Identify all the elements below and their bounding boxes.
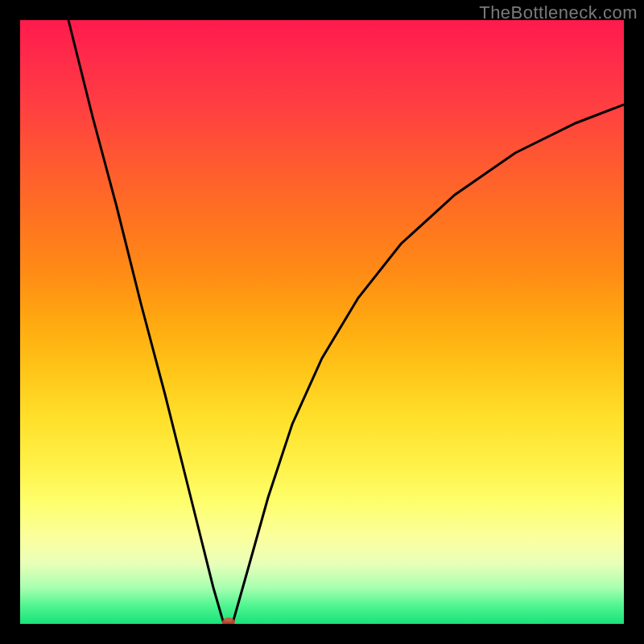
watermark-text: TheBottleneck.com (479, 2, 638, 23)
chart-frame: TheBottleneck.com (0, 0, 644, 644)
curve-svg (20, 20, 624, 624)
bottleneck-curve (68, 20, 624, 623)
plot-area (20, 20, 624, 624)
